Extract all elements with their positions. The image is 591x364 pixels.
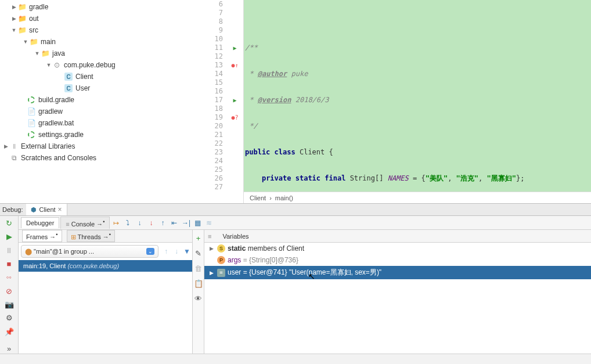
expand-icon[interactable] [10,15,17,22]
trace-button[interactable]: ≋ [204,218,214,228]
file-icon [27,118,36,128]
stack-frame[interactable]: main:19, Client (com.puke.debug) [19,260,192,272]
expand-icon[interactable] [208,269,215,276]
expand-icon[interactable] [208,245,215,252]
step-over-button[interactable]: ⤵ [122,218,133,228]
console-tab[interactable]: ≡ Console →• [60,217,110,229]
filter-button[interactable]: ▼ [182,246,192,257]
prev-frame-button[interactable]: ↑ [161,246,171,257]
param-badge-icon: P [217,256,225,264]
drop-frame-button[interactable]: ⇤ [169,218,179,228]
tree-label: Client [75,73,93,81]
mute-breakpoints-button[interactable]: ⊘ [3,286,15,295]
collapse-icon[interactable] [22,38,29,45]
collapse-icon[interactable] [45,62,52,69]
debug-session-tab[interactable]: ⬢ Client × [26,204,67,215]
tree-settingsgradle[interactable]: settings.gradle [0,129,209,140]
pin-button[interactable]: 📌 [3,326,15,336]
stop-button[interactable]: ■ [3,259,15,269]
tree-java[interactable]: java [0,48,209,59]
expand-icon[interactable] [10,3,17,10]
variable-user[interactable]: = user = {User@741} "User(name=黑寡妇, sex=… [204,266,591,279]
tree-label: External Libraries [21,142,75,150]
tree-scratches[interactable]: Scratches and Consoles [0,152,209,164]
breadcrumb-class[interactable]: Client [250,194,266,201]
variable-args[interactable]: P args = {String[0]@736} [204,254,591,266]
tree-out[interactable]: out [0,13,209,24]
collapse-icon[interactable] [10,27,17,34]
tree-buildgradle[interactable]: build.gradle [0,94,209,106]
folder-icon [29,37,38,46]
static-badge-icon: S [217,244,225,253]
tree-src[interactable]: src [0,24,209,36]
scratch-icon [9,153,19,163]
copy-button[interactable]: 📋 [193,277,204,289]
tree-user[interactable]: CUser [0,82,209,94]
threads-tab[interactable]: ⊞ Threads →• [67,230,116,243]
debug-label: Debug: [2,206,23,213]
gradle-icon [28,131,35,138]
dropdown-icon[interactable]: ⌄ [146,248,154,255]
settings-button[interactable]: ⚙ [3,313,15,323]
current-line-marker[interactable]: ●? [226,113,243,122]
show-watches-button[interactable]: 👁 [193,293,204,304]
library-icon [9,142,19,151]
tree-gradlewbat[interactable]: gradlew.bat [0,117,209,129]
run-to-cursor-button[interactable]: →| [181,218,191,228]
remove-watch-button[interactable]: 🗑 [193,262,204,274]
debug-toolwindow-header[interactable]: Debug: ⬢ Client × [0,203,591,216]
src-folder-icon [41,49,50,58]
new-watch-button[interactable]: ✎ [193,247,204,259]
class-icon: C [64,84,73,92]
force-step-into-button[interactable]: ↓ [146,218,156,228]
object-badge-icon: = [217,269,225,277]
folder-icon [17,2,27,12]
tree-package[interactable]: com.puke.debug [0,59,209,71]
run-gutter-icon[interactable]: ▶ [226,44,243,52]
close-icon[interactable]: × [58,206,62,214]
tree-label: src [29,26,38,34]
breadcrumb-method[interactable]: main() [275,194,293,201]
dump-button[interactable]: 📷 [3,300,15,309]
tree-gradle[interactable]: gradle [0,1,209,13]
rerun-button[interactable]: ↻ [3,218,15,228]
frames-tab[interactable]: Frames →• [22,230,62,242]
tree-client[interactable]: CClient [0,71,209,82]
pause-button[interactable]: ⏸ [3,246,15,255]
collapse-icon[interactable] [34,50,41,57]
package-icon [52,60,62,70]
file-icon [27,107,36,116]
thread-selector[interactable]: ⬤ "main"@1 in group ... ⌄ [21,245,158,258]
tree-label: Scratches and Consoles [21,154,96,162]
variable-static[interactable]: S static members of Client [204,243,591,254]
variables-toolbar: + ✎ 🗑 📋 👁 [193,230,204,354]
tree-gradlew[interactable]: gradlew [0,106,209,117]
next-frame-button[interactable]: ↓ [171,246,182,257]
status-bar [0,354,591,364]
code-area[interactable]: /** * @author puke * @version 2018/6/3 *… [244,0,591,203]
view-breakpoints-button[interactable]: ◦◦ [3,272,15,282]
expand-icon[interactable] [2,143,9,150]
resume-button[interactable]: ▶ [3,232,15,242]
gutter-marks[interactable]: ▶ ●↑ ▶ ●? [226,0,244,203]
debugger-tab[interactable]: Debugger [21,217,59,228]
step-out-button[interactable]: ↑ [157,218,168,228]
code-editor[interactable]: 6789101112131415161718192021222324252627… [209,0,591,203]
class-icon: C [64,73,73,81]
folder-icon [17,26,27,35]
step-into-button[interactable]: ↓ [134,218,145,228]
tree-main[interactable]: main [0,36,209,48]
run-gutter-icon[interactable]: ▶ [226,96,243,104]
tree-extlib[interactable]: External Libraries [0,140,209,152]
breakpoint-marker[interactable]: ●↑ [226,61,243,70]
frames-panel: Frames →• ⊞ Threads →• ⬤ "main"@1 in gro… [19,230,193,354]
line-numbers: 6789101112131415161718192021222324252627 [209,0,226,203]
breadcrumb[interactable]: Client › main() [244,192,591,203]
project-tree[interactable]: gradle out src main java com.puke.debug … [0,0,209,203]
layout-button[interactable]: » [3,344,15,354]
tree-label: gradlew.bat [38,119,74,127]
tree-label: out [29,15,39,23]
show-execution-point-button[interactable]: ↦ [111,218,121,228]
add-watch-button[interactable]: + [193,232,204,244]
evaluate-button[interactable]: ▦ [192,218,203,228]
